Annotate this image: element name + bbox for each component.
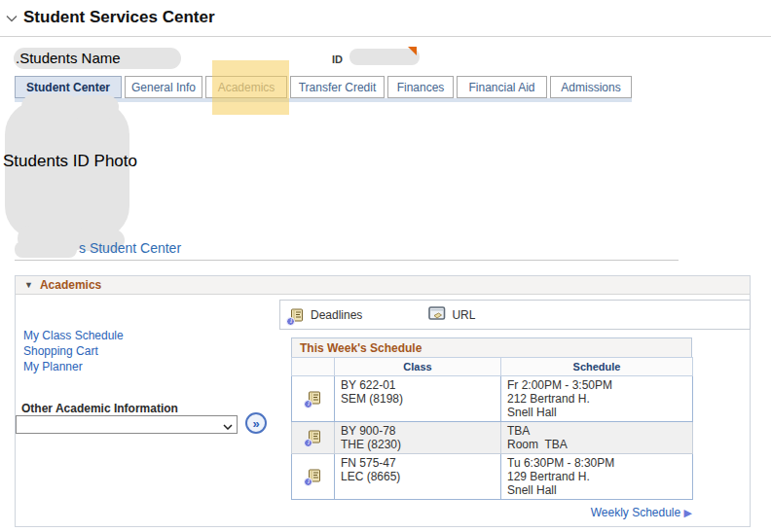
schedule-footer: Weekly Schedule ▶ (291, 506, 692, 519)
collapse-chevron-icon[interactable] (6, 9, 18, 26)
student-services-center-page: Student Services Center .Students Name I… (0, 0, 771, 532)
class-column-header: Class (335, 358, 501, 376)
info-bubble-icon: i (286, 317, 295, 326)
weekly-schedule-link[interactable]: Weekly Schedule (591, 506, 681, 519)
info-bubble-icon: i (304, 400, 312, 408)
my-class-schedule-link[interactable]: My Class Schedule (23, 328, 124, 343)
arrow-right-icon[interactable]: ▶ (684, 507, 692, 518)
schedule-cell: TBA Room TBA (501, 422, 693, 454)
toolbar-box: i Deadlines URL (279, 300, 751, 330)
go-button[interactable]: » (245, 412, 267, 434)
photo-overlay-text: Students ID Photo (3, 152, 137, 171)
class-code: FN 575-47 (341, 456, 495, 470)
academics-links: My Class Schedule Shopping Cart My Plann… (23, 328, 124, 374)
icon-column-header (292, 358, 335, 376)
class-section: THE (8230) (341, 438, 495, 451)
page-header: Student Services Center (6, 8, 215, 27)
academics-section-header: ▼ Academics (16, 276, 750, 295)
info-bubble-icon: i (304, 439, 312, 447)
schedule-title: This Week's Schedule (291, 337, 692, 357)
class-calendar-icon[interactable]: i (307, 468, 322, 483)
shopping-cart-link[interactable]: Shopping Cart (23, 343, 124, 359)
class-detail-cell: i (292, 376, 335, 422)
other-academic-info-label: Other Academic Information (21, 402, 178, 415)
schedule-time: Tu 6:30PM - 8:30PM (507, 456, 686, 470)
class-section: LEC (8665) (341, 470, 495, 483)
header-divider (0, 36, 771, 37)
schedule-building: Snell Hall (507, 406, 686, 419)
schedule-building: Snell Hall (507, 483, 686, 497)
deadlines-label: Deadlines (311, 308, 362, 322)
other-academic-info-select[interactable] (16, 415, 238, 434)
class-calendar-icon[interactable]: i (307, 429, 322, 444)
tab-general-info[interactable]: General Info (125, 76, 202, 98)
table-row: i BY 622-01 SEM (8198) Fr 2:00PM - 3:50P… (292, 376, 693, 422)
schedule-column-header: Schedule (501, 358, 693, 376)
page-title: Student Services Center (23, 8, 215, 27)
schedule-time: Fr 2:00PM - 3:50PM (507, 378, 686, 392)
chevron-down-icon (223, 416, 233, 434)
deadlines-button[interactable]: i Deadlines (289, 307, 362, 323)
table-row: i FN 575-47 LEC (8665) Tu 6:30PM - 8:30P… (292, 454, 693, 500)
tab-transfer-credit[interactable]: Transfer Credit (290, 76, 385, 98)
student-center-heading: s Student Center (79, 240, 181, 256)
class-detail-cell: i (292, 454, 335, 500)
academics-section-title: Academics (40, 278, 101, 292)
schedule-room: 212 Bertrand H. (507, 392, 686, 406)
class-cell: FN 575-47 LEC (8665) (335, 454, 501, 500)
class-code: BY 900-78 (341, 424, 495, 438)
yellow-highlight-annotation (212, 60, 289, 115)
class-cell: BY 900-78 THE (8230) (335, 422, 501, 454)
tab-financial-aid[interactable]: Financial Aid (457, 76, 547, 98)
class-code: BY 622-01 (341, 378, 495, 392)
annotation-corner-marker (408, 47, 417, 55)
schedule-cell: Tu 6:30PM - 8:30PM 129 Bertrand H. Snell… (501, 454, 693, 500)
schedule-cell: Fr 2:00PM - 3:50PM 212 Bertrand H. Snell… (501, 376, 693, 422)
class-section: SEM (8198) (341, 392, 495, 406)
name-redaction-blob-small (15, 241, 77, 258)
schedule-time: TBA (507, 424, 686, 438)
tab-finances[interactable]: Finances (387, 76, 454, 98)
info-bubble-icon: i (304, 478, 312, 486)
table-row: i BY 900-78 THE (8230) TBA Room TBA (292, 422, 693, 454)
schedule-room: Room TBA (507, 438, 686, 451)
class-calendar-icon[interactable]: i (307, 390, 322, 406)
schedule-room: 129 Bertrand H. (507, 470, 686, 483)
student-name-overlay: .Students Name (16, 50, 121, 66)
weekly-schedule-panel: This Week's Schedule Class Schedule (291, 337, 692, 519)
url-label: URL (452, 308, 475, 322)
schedule-table: Class Schedule (291, 357, 693, 500)
section-divider (15, 260, 679, 261)
my-planner-link[interactable]: My Planner (23, 359, 124, 374)
photo-redaction-blob (68, 95, 119, 119)
id-label: ID (332, 53, 343, 65)
academics-section: ▼ Academics My Class Schedule Shopping C… (15, 275, 751, 527)
tab-admissions[interactable]: Admissions (550, 76, 632, 98)
url-button[interactable]: URL (428, 306, 475, 324)
url-window-icon (428, 306, 446, 324)
class-cell: BY 622-01 SEM (8198) (335, 376, 501, 422)
deadlines-calendar-icon: i (289, 307, 305, 323)
collapse-triangle-icon[interactable]: ▼ (24, 280, 33, 290)
class-detail-cell: i (292, 422, 335, 454)
